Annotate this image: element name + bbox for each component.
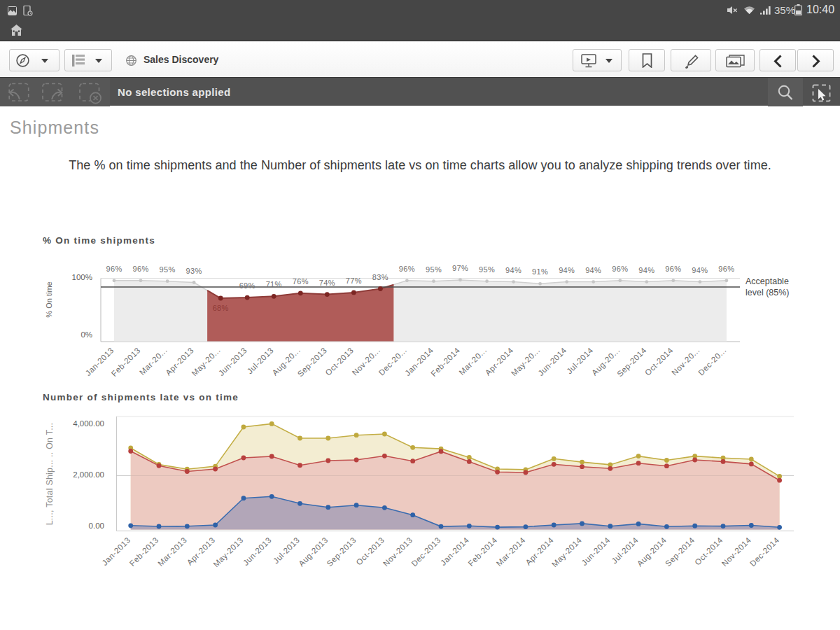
svg-text:L..., Total Ship... .. On T...: L..., Total Ship... .. On T...	[45, 423, 55, 526]
svg-text:0.00: 0.00	[89, 522, 104, 530]
svg-text:Mar-2014: Mar-2014	[495, 536, 527, 568]
svg-text:Jan-2014: Jan-2014	[439, 536, 470, 567]
svg-text:Dec-2013: Dec-2013	[410, 536, 442, 568]
svg-text:2,000.00: 2,000.00	[73, 470, 104, 479]
svg-text:Jun-2014: Jun-2014	[580, 536, 611, 567]
svg-text:Jan-2013: Jan-2013	[100, 536, 132, 567]
svg-text:Nov-2013: Nov-2013	[382, 536, 414, 568]
svg-text:Mar-2013: Mar-2013	[156, 536, 188, 568]
svg-text:Feb-2014: Feb-2014	[466, 536, 498, 568]
svg-text:Sep-2014: Sep-2014	[664, 536, 696, 568]
svg-text:Aug-2013: Aug-2013	[297, 536, 330, 568]
svg-text:May-2013: May-2013	[211, 536, 244, 568]
svg-text:Sep-2013: Sep-2013	[325, 536, 358, 568]
svg-text:Jul-2014: Jul-2014	[610, 536, 640, 566]
svg-text:4,000.00: 4,000.00	[73, 419, 104, 428]
svg-text:Aug-2014: Aug-2014	[636, 536, 668, 568]
svg-text:May-2014: May-2014	[550, 536, 584, 569]
svg-text:Dec-2014: Dec-2014	[748, 536, 781, 568]
svg-text:Jun-2013: Jun-2013	[241, 536, 273, 567]
svg-text:Jul-2013: Jul-2013	[272, 536, 302, 566]
svg-text:Nov-2014: Nov-2014	[720, 536, 753, 568]
svg-text:Feb-2013: Feb-2013	[128, 536, 160, 568]
